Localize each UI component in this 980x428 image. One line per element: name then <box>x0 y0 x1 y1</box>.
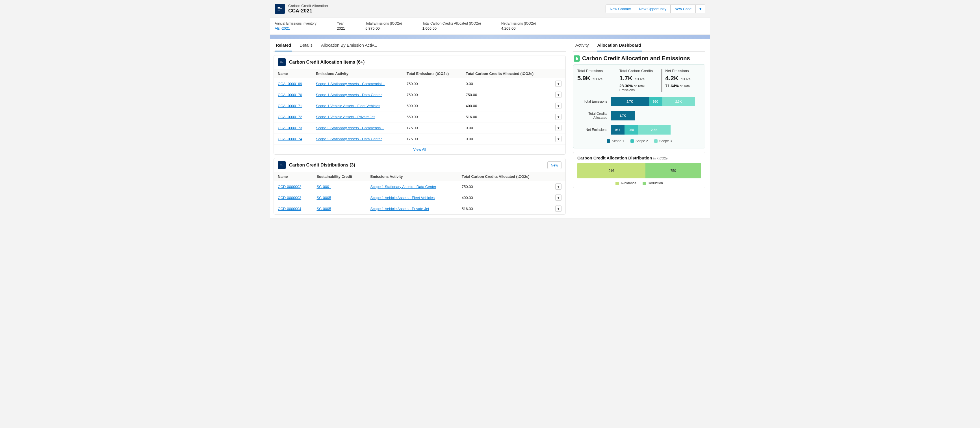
distributions-table: Name Sustainability Credit Emissions Act… <box>274 172 565 214</box>
dist-name-link[interactable]: CCD-0000004 <box>278 207 301 211</box>
header-actions: New Contact New Opportunity New Case ▼ <box>606 5 705 13</box>
right-tabs: Activity Allocation Dashboard <box>573 39 705 52</box>
credit-link[interactable]: SC-0005 <box>317 196 331 200</box>
col-name[interactable]: Name <box>274 69 312 78</box>
credit-link[interactable]: SC-0001 <box>317 185 331 189</box>
distributions-card: Carbon Credit Distributions (3) New Name… <box>274 158 566 215</box>
item-name-link[interactable]: CCAI-0000170 <box>278 93 302 97</box>
allocation-icon <box>275 4 285 14</box>
summary-label: Net Emissions (tCO2e) <box>501 21 536 25</box>
credits-value: 400.00 <box>462 100 551 111</box>
bar-segment: 2.3K <box>638 125 671 135</box>
credits-value: 0.00 <box>462 78 551 89</box>
leaf-icon <box>574 56 580 62</box>
table-row: CCAI-0000173Scope 2 Stationary Assets - … <box>274 123 565 134</box>
summary-value[interactable]: AEI-2021 <box>275 26 317 30</box>
row-actions-button[interactable]: ▾ <box>555 125 562 131</box>
total-value: 175.00 <box>402 123 462 134</box>
total-value: 750.00 <box>402 78 462 89</box>
summary-value: 4,209.00 <box>501 26 536 30</box>
summary-value: 2021 <box>337 26 345 30</box>
decorative-divider <box>270 35 710 39</box>
activity-link[interactable]: Scope 1 Stationary Assets - Commercial..… <box>316 82 385 86</box>
row-actions-button[interactable]: ▾ <box>555 103 562 109</box>
col-credits[interactable]: Total Carbon Credits Allocated (tCO2e) <box>458 172 551 181</box>
summary-label: Total Emissions (tCO2e) <box>365 21 402 25</box>
col-credits[interactable]: Total Carbon Credits Allocated (tCO2e) <box>462 69 551 78</box>
credits-value: 750.00 <box>458 181 551 192</box>
table-row: CCAI-0000170Scope 1 Stationary Assets - … <box>274 89 565 100</box>
col-total[interactable]: Total Emissions (tCO2e) <box>402 69 462 78</box>
distribution-segment: 750 <box>646 163 701 178</box>
distributions-title: Carbon Credit Distributions (3) <box>289 162 355 168</box>
bar-segment: 950 <box>649 97 662 106</box>
view-all-link[interactable]: View All <box>413 147 426 151</box>
new-distribution-button[interactable]: New <box>547 161 562 169</box>
bar-category-label: Total Emissions <box>578 100 611 103</box>
allocation-items-table: Name Emissions Activity Total Emissions … <box>274 69 565 145</box>
activity-link[interactable]: Scope 1 Vehicle Assets - Private Jet <box>316 115 375 119</box>
distributions-icon <box>278 161 286 169</box>
bar-segment: 950 <box>625 125 638 135</box>
bar-segment: 2.7K <box>611 97 649 106</box>
record-title: CCA-2021 <box>288 8 328 14</box>
row-actions-button[interactable]: ▾ <box>555 194 562 201</box>
page-header: Carbon Credit Allocation CCA-2021 New Co… <box>270 0 710 18</box>
allocation-items-card: Carbon Credit Allocation Items (6+) Name… <box>274 55 566 154</box>
activity-link[interactable]: Scope 1 Vehicle Assets - Fleet Vehicles <box>370 196 434 200</box>
activity-link[interactable]: Scope 2 Stationary Assets - Commercia... <box>316 126 384 130</box>
summary-value: 5,875.00 <box>365 26 402 30</box>
distribution-segment: 916 <box>578 163 646 178</box>
tab-details[interactable]: Details <box>299 43 313 51</box>
tab-activity[interactable]: Activity <box>575 43 589 51</box>
activity-link[interactable]: Scope 2 Stationary Assets - Data Center <box>316 137 382 141</box>
dist-name-link[interactable]: CCD-0000003 <box>278 196 301 200</box>
col-activity[interactable]: Emissions Activity <box>366 172 458 181</box>
tab-allocation-by-activity[interactable]: Allocation By Emission Activ... <box>320 43 378 51</box>
activity-link[interactable]: Scope 1 Stationary Assets - Data Center <box>370 185 436 189</box>
credits-value: 750.00 <box>462 89 551 100</box>
bar-segment: 2.3K <box>662 97 695 106</box>
new-opportunity-button[interactable]: New Opportunity <box>635 5 671 13</box>
row-actions-button[interactable]: ▾ <box>555 114 562 120</box>
col-credit[interactable]: Sustainability Credit <box>313 172 366 181</box>
activity-link[interactable]: Scope 1 Vehicle Assets - Private Jet <box>370 207 429 211</box>
activity-link[interactable]: Scope 1 Stationary Assets - Data Center <box>316 93 382 97</box>
col-name[interactable]: Name <box>274 172 313 181</box>
row-actions-button[interactable]: ▾ <box>555 81 562 87</box>
more-actions-button[interactable]: ▼ <box>696 5 705 13</box>
new-contact-button[interactable]: New Contact <box>606 5 635 13</box>
tab-related[interactable]: Related <box>275 43 292 51</box>
record-type-label: Carbon Credit Allocation <box>288 4 328 8</box>
credits-value: 0.00 <box>462 134 551 145</box>
item-name-link[interactable]: CCAI-0000171 <box>278 104 302 108</box>
activity-link[interactable]: Scope 1 Vehicle Assets - Fleet Vehicles <box>316 104 380 108</box>
table-row: CCAI-0000174Scope 2 Stationary Assets - … <box>274 134 565 145</box>
table-row: CCAI-0000169Scope 1 Stationary Assets - … <box>274 78 565 89</box>
col-activity[interactable]: Emissions Activity <box>312 69 402 78</box>
total-value: 600.00 <box>402 100 462 111</box>
row-actions-button[interactable]: ▾ <box>555 136 562 142</box>
summary-label: Annual Emissions Inventory <box>275 21 317 25</box>
table-row: CCD-0000003SC-0005Scope 1 Vehicle Assets… <box>274 192 565 203</box>
credits-value: 516.00 <box>458 203 551 214</box>
table-row: CCAI-0000171Scope 1 Vehicle Assets - Fle… <box>274 100 565 111</box>
table-row: CCAI-0000172Scope 1 Vehicle Assets - Pri… <box>274 111 565 123</box>
row-actions-button[interactable]: ▾ <box>555 183 562 190</box>
item-name-link[interactable]: CCAI-0000174 <box>278 137 302 141</box>
item-name-link[interactable]: CCAI-0000173 <box>278 126 302 130</box>
tab-allocation-dashboard[interactable]: Allocation Dashboard <box>597 43 642 51</box>
credits-value: 0.00 <box>462 123 551 134</box>
bar-category-label: Total Credits Allocated <box>578 112 611 119</box>
summary-bar: Annual Emissions InventoryAEI-2021Year20… <box>270 18 710 35</box>
kpi-panel: Total Emissions 5.9K tCO2e Total Carbon … <box>573 64 705 148</box>
total-value: 175.00 <box>402 134 462 145</box>
new-case-button[interactable]: New Case <box>671 5 696 13</box>
dist-name-link[interactable]: CCD-0000002 <box>278 185 301 189</box>
credit-link[interactable]: SC-0005 <box>317 207 331 211</box>
item-name-link[interactable]: CCAI-0000172 <box>278 115 302 119</box>
credits-value: 400.00 <box>458 192 551 203</box>
row-actions-button[interactable]: ▾ <box>555 205 562 212</box>
item-name-link[interactable]: CCAI-0000169 <box>278 82 302 86</box>
row-actions-button[interactable]: ▾ <box>555 92 562 98</box>
